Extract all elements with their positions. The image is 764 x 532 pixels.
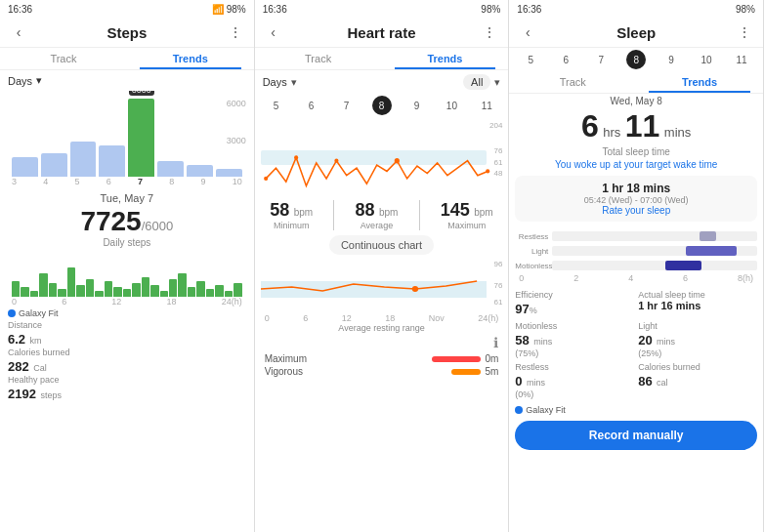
sleep-day-8-active[interactable]: 8 (626, 50, 646, 69)
stat-healthy-pace: Healthy pace 2192 steps (8, 375, 246, 402)
max-value: 0m (485, 353, 498, 364)
menu-button-sleep[interactable]: ⋮ (734, 21, 755, 43)
stage-restless-label: Restless (515, 232, 552, 241)
day-5[interactable]: 5 (267, 96, 286, 115)
sleep-card-duration: 1 hr 18 mins (525, 182, 747, 195)
sleep-date: Wed, May 8 (515, 96, 757, 106)
max-row: Maximum 0m (261, 352, 503, 365)
day-7[interactable]: 7 (337, 96, 357, 115)
resting-label: Average resting range (261, 323, 503, 333)
bar-day-4 (41, 153, 67, 177)
heart-rate-panel: 16:36 98% ‹ Heart rate ⋮ Track Trends Da… (255, 0, 510, 532)
status-icons-steps: 📶 98% (212, 4, 246, 15)
back-button-hr[interactable]: ‹ (263, 21, 284, 43)
steps-content: 6000 3000 6000 3 4 5 6 7 8 (0, 91, 254, 532)
day-9[interactable]: 9 (406, 96, 426, 115)
hr-min: 58 bpm Minimum (270, 200, 313, 230)
bar-day-5 (70, 142, 97, 177)
sleep-stages-area: Restless Light Motionless 0 2 4 (515, 228, 757, 283)
back-button-steps[interactable]: ‹ (8, 21, 29, 43)
tab-hr-track[interactable]: Track (255, 48, 382, 69)
hr-dot-3 (334, 159, 338, 163)
steps-number: 7725 (80, 206, 141, 236)
status-bar-hr: 16:36 98% (255, 0, 509, 18)
stage-light-label: Light (515, 247, 552, 256)
record-manually-btn[interactable]: Record manually (515, 421, 757, 450)
vigorous-label: Vigorous (265, 366, 303, 377)
day-6[interactable]: 6 (302, 96, 321, 115)
tab-sleep-track[interactable]: Track (509, 71, 636, 93)
dropdown-icon-steps[interactable]: ▾ (36, 74, 42, 87)
status-bar-steps: 16:36 📶 98% (0, 0, 254, 18)
sleep-day-6[interactable]: 6 (556, 50, 575, 69)
menu-button-steps[interactable]: ⋮ (225, 21, 246, 43)
hr-line (266, 158, 488, 186)
tab-steps-trends[interactable]: Trends (127, 48, 254, 69)
bar-label-6000: 6000 (129, 91, 154, 96)
battery-hr: 98% (481, 4, 500, 15)
hr-tabs: Track Trends (255, 48, 509, 70)
hr-divider-2 (419, 200, 420, 230)
rate-sleep-link[interactable]: Rate your sleep (525, 205, 747, 216)
sleep-day-row: 5 6 7 8 9 10 11 (509, 48, 763, 71)
tab-sleep-trends[interactable]: Trends (636, 71, 763, 93)
stage-restless: Restless (515, 229, 757, 243)
device-label-sleep: Galaxy Fit (515, 405, 757, 415)
stage-motionless-bar (552, 261, 757, 270)
tab-steps-track[interactable]: Track (0, 48, 127, 69)
back-button-sleep[interactable]: ‹ (517, 21, 538, 43)
hr-title: Heart rate (347, 24, 415, 41)
tab-hr-trends[interactable]: Trends (382, 48, 509, 69)
bar-day-3 (12, 157, 38, 177)
stage-light-bar (552, 246, 757, 256)
vigorous-value: 5m (485, 366, 498, 377)
steps-bar-chart: 6000 3000 6000 3 4 5 6 7 8 (8, 99, 246, 186)
hr-svg (261, 121, 503, 194)
sleep-day-7[interactable]: 7 (591, 50, 611, 69)
hr-day-row: 5 6 7 8 9 10 11 (255, 94, 509, 117)
sleep-day-9[interactable]: 9 (661, 50, 681, 69)
max-bar (432, 356, 481, 362)
sleep-day-10[interactable]: 10 (697, 50, 716, 69)
status-icons-hr: 98% (481, 4, 500, 15)
hr-max: 145 bpm Maximum (441, 200, 493, 230)
hr-avg: 88 bpm Average (356, 200, 399, 230)
all-dropdown-icon[interactable]: ▾ (494, 76, 500, 89)
resting-line (261, 281, 477, 291)
steps-panel: 16:36 📶 98% ‹ Steps ⋮ Track Trends Days … (0, 0, 255, 532)
hr-dot (264, 177, 268, 181)
day-11[interactable]: 11 (477, 96, 496, 115)
info-icon[interactable]: ℹ (493, 335, 498, 350)
sleep-day-5[interactable]: 5 (521, 50, 540, 69)
sleep-mins: 11 (625, 108, 660, 143)
steps-stats: Distance 6.2 km Calories burned 282 Cal … (8, 320, 246, 402)
time-hr: 16:36 (263, 4, 287, 15)
sleep-day-11[interactable]: 11 (732, 50, 751, 69)
hr-days-label: Days (263, 76, 287, 88)
continuous-chart-area: Continuous chart (261, 233, 503, 257)
sleep-card: 1 hr 18 mins 05:42 (Wed) - 07:00 (Wed) R… (515, 176, 757, 222)
sleep-mins-label: mins (664, 125, 691, 140)
day-8-active[interactable]: 8 (372, 96, 392, 115)
continuous-chart-btn[interactable]: Continuous chart (329, 235, 434, 255)
hr-dot-2 (294, 155, 298, 159)
stat-restless: Restless 0 mins (0%) (515, 362, 634, 399)
vigorous-row: Vigorous 5m (261, 365, 503, 378)
stage-restless-fill (700, 231, 716, 241)
resting-svg (261, 260, 488, 313)
sleep-hrs: 6 (581, 108, 599, 143)
steps-label: Daily steps (8, 237, 246, 248)
steps-title: Steps (106, 24, 147, 41)
dropdown-icon-hr[interactable]: ▾ (291, 76, 297, 89)
stage-restless-bar (552, 231, 757, 241)
sleep-content: Wed, May 8 6 hrs 11 mins Total sleep tim… (509, 94, 763, 532)
menu-button-hr[interactable]: ⋮ (479, 21, 500, 43)
time-sleep: 16:36 (517, 4, 541, 15)
steps-date-selector: Days ▾ (0, 70, 254, 91)
max-label: Maximum (265, 353, 307, 364)
hr-dot-active (394, 158, 399, 163)
sleep-card-time-range: 05:42 (Wed) - 07:00 (Wed) (525, 195, 747, 205)
day-10[interactable]: 10 (442, 96, 461, 115)
battery-steps: 98% (227, 4, 246, 15)
all-btn-hr[interactable]: All (463, 74, 490, 90)
